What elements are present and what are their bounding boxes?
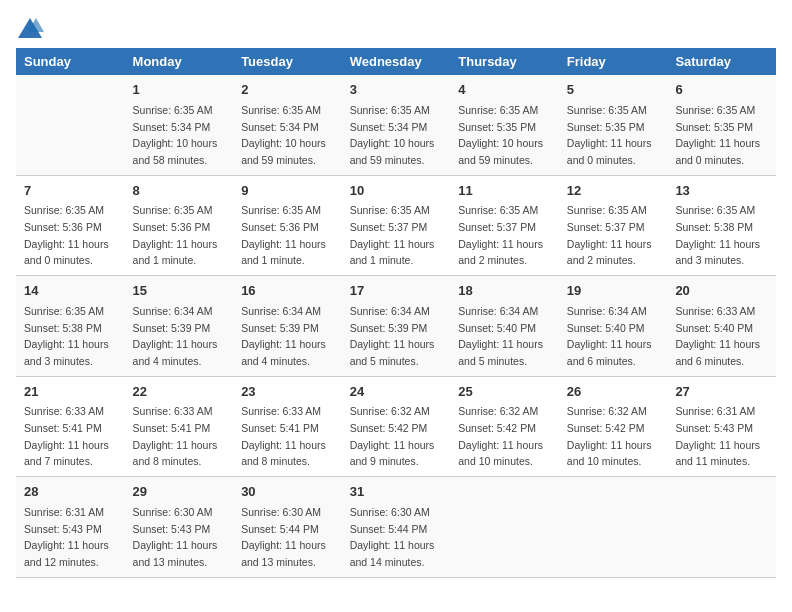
calendar-cell: 30Sunrise: 6:30 AMSunset: 5:44 PMDayligh… [233, 477, 342, 578]
day-info: Sunrise: 6:33 AMSunset: 5:41 PMDaylight:… [133, 405, 218, 467]
day-number: 14 [24, 282, 117, 301]
calendar-cell: 3Sunrise: 6:35 AMSunset: 5:34 PMDaylight… [342, 75, 451, 175]
day-info: Sunrise: 6:35 AMSunset: 5:36 PMDaylight:… [133, 204, 218, 266]
column-header-thursday: Thursday [450, 48, 559, 75]
column-header-monday: Monday [125, 48, 234, 75]
day-number: 31 [350, 483, 443, 502]
day-info: Sunrise: 6:34 AMSunset: 5:40 PMDaylight:… [458, 305, 543, 367]
day-number: 20 [675, 282, 768, 301]
day-number: 27 [675, 383, 768, 402]
day-info: Sunrise: 6:30 AMSunset: 5:44 PMDaylight:… [241, 506, 326, 568]
day-number: 15 [133, 282, 226, 301]
day-info: Sunrise: 6:35 AMSunset: 5:36 PMDaylight:… [241, 204, 326, 266]
day-number: 22 [133, 383, 226, 402]
day-number: 28 [24, 483, 117, 502]
logo [16, 16, 48, 40]
calendar-cell: 4Sunrise: 6:35 AMSunset: 5:35 PMDaylight… [450, 75, 559, 175]
day-info: Sunrise: 6:32 AMSunset: 5:42 PMDaylight:… [567, 405, 652, 467]
calendar-cell: 1Sunrise: 6:35 AMSunset: 5:34 PMDaylight… [125, 75, 234, 175]
day-number: 7 [24, 182, 117, 201]
day-info: Sunrise: 6:35 AMSunset: 5:37 PMDaylight:… [458, 204, 543, 266]
calendar-cell: 25Sunrise: 6:32 AMSunset: 5:42 PMDayligh… [450, 376, 559, 477]
day-number: 29 [133, 483, 226, 502]
calendar-cell: 10Sunrise: 6:35 AMSunset: 5:37 PMDayligh… [342, 175, 451, 276]
day-number: 18 [458, 282, 551, 301]
day-number: 24 [350, 383, 443, 402]
column-header-sunday: Sunday [16, 48, 125, 75]
day-info: Sunrise: 6:31 AMSunset: 5:43 PMDaylight:… [675, 405, 760, 467]
day-number: 6 [675, 81, 768, 100]
calendar-week-row: 14Sunrise: 6:35 AMSunset: 5:38 PMDayligh… [16, 276, 776, 377]
calendar-cell: 6Sunrise: 6:35 AMSunset: 5:35 PMDaylight… [667, 75, 776, 175]
day-info: Sunrise: 6:32 AMSunset: 5:42 PMDaylight:… [458, 405, 543, 467]
day-info: Sunrise: 6:34 AMSunset: 5:40 PMDaylight:… [567, 305, 652, 367]
calendar-week-row: 1Sunrise: 6:35 AMSunset: 5:34 PMDaylight… [16, 75, 776, 175]
calendar-cell: 17Sunrise: 6:34 AMSunset: 5:39 PMDayligh… [342, 276, 451, 377]
day-info: Sunrise: 6:34 AMSunset: 5:39 PMDaylight:… [241, 305, 326, 367]
calendar-cell [559, 477, 668, 578]
day-info: Sunrise: 6:34 AMSunset: 5:39 PMDaylight:… [350, 305, 435, 367]
day-number: 3 [350, 81, 443, 100]
day-number: 1 [133, 81, 226, 100]
calendar-cell: 31Sunrise: 6:30 AMSunset: 5:44 PMDayligh… [342, 477, 451, 578]
calendar-cell: 7Sunrise: 6:35 AMSunset: 5:36 PMDaylight… [16, 175, 125, 276]
day-info: Sunrise: 6:30 AMSunset: 5:43 PMDaylight:… [133, 506, 218, 568]
day-number: 26 [567, 383, 660, 402]
day-info: Sunrise: 6:34 AMSunset: 5:39 PMDaylight:… [133, 305, 218, 367]
calendar-cell: 18Sunrise: 6:34 AMSunset: 5:40 PMDayligh… [450, 276, 559, 377]
calendar-cell: 11Sunrise: 6:35 AMSunset: 5:37 PMDayligh… [450, 175, 559, 276]
day-info: Sunrise: 6:35 AMSunset: 5:36 PMDaylight:… [24, 204, 109, 266]
day-info: Sunrise: 6:35 AMSunset: 5:34 PMDaylight:… [133, 104, 218, 166]
column-header-tuesday: Tuesday [233, 48, 342, 75]
day-info: Sunrise: 6:35 AMSunset: 5:35 PMDaylight:… [675, 104, 760, 166]
day-info: Sunrise: 6:35 AMSunset: 5:38 PMDaylight:… [24, 305, 109, 367]
calendar-cell: 19Sunrise: 6:34 AMSunset: 5:40 PMDayligh… [559, 276, 668, 377]
day-number: 19 [567, 282, 660, 301]
calendar-cell: 9Sunrise: 6:35 AMSunset: 5:36 PMDaylight… [233, 175, 342, 276]
calendar-cell: 13Sunrise: 6:35 AMSunset: 5:38 PMDayligh… [667, 175, 776, 276]
calendar-cell: 20Sunrise: 6:33 AMSunset: 5:40 PMDayligh… [667, 276, 776, 377]
day-number: 10 [350, 182, 443, 201]
day-info: Sunrise: 6:35 AMSunset: 5:35 PMDaylight:… [567, 104, 652, 166]
day-number: 23 [241, 383, 334, 402]
calendar-table: SundayMondayTuesdayWednesdayThursdayFrid… [16, 48, 776, 578]
column-header-friday: Friday [559, 48, 668, 75]
day-info: Sunrise: 6:35 AMSunset: 5:37 PMDaylight:… [350, 204, 435, 266]
calendar-cell: 15Sunrise: 6:34 AMSunset: 5:39 PMDayligh… [125, 276, 234, 377]
day-info: Sunrise: 6:30 AMSunset: 5:44 PMDaylight:… [350, 506, 435, 568]
day-number: 5 [567, 81, 660, 100]
day-info: Sunrise: 6:32 AMSunset: 5:42 PMDaylight:… [350, 405, 435, 467]
calendar-cell: 24Sunrise: 6:32 AMSunset: 5:42 PMDayligh… [342, 376, 451, 477]
calendar-cell: 16Sunrise: 6:34 AMSunset: 5:39 PMDayligh… [233, 276, 342, 377]
day-number: 21 [24, 383, 117, 402]
calendar-cell: 8Sunrise: 6:35 AMSunset: 5:36 PMDaylight… [125, 175, 234, 276]
day-number: 17 [350, 282, 443, 301]
calendar-cell [16, 75, 125, 175]
day-info: Sunrise: 6:35 AMSunset: 5:37 PMDaylight:… [567, 204, 652, 266]
calendar-cell: 22Sunrise: 6:33 AMSunset: 5:41 PMDayligh… [125, 376, 234, 477]
calendar-cell: 27Sunrise: 6:31 AMSunset: 5:43 PMDayligh… [667, 376, 776, 477]
day-info: Sunrise: 6:35 AMSunset: 5:34 PMDaylight:… [350, 104, 435, 166]
day-number: 4 [458, 81, 551, 100]
calendar-cell [450, 477, 559, 578]
calendar-cell: 28Sunrise: 6:31 AMSunset: 5:43 PMDayligh… [16, 477, 125, 578]
calendar-week-row: 21Sunrise: 6:33 AMSunset: 5:41 PMDayligh… [16, 376, 776, 477]
day-info: Sunrise: 6:33 AMSunset: 5:40 PMDaylight:… [675, 305, 760, 367]
calendar-cell: 14Sunrise: 6:35 AMSunset: 5:38 PMDayligh… [16, 276, 125, 377]
day-number: 16 [241, 282, 334, 301]
day-number: 8 [133, 182, 226, 201]
column-header-saturday: Saturday [667, 48, 776, 75]
day-number: 30 [241, 483, 334, 502]
day-info: Sunrise: 6:35 AMSunset: 5:35 PMDaylight:… [458, 104, 543, 166]
day-number: 9 [241, 182, 334, 201]
day-number: 25 [458, 383, 551, 402]
calendar-cell: 5Sunrise: 6:35 AMSunset: 5:35 PMDaylight… [559, 75, 668, 175]
calendar-cell: 2Sunrise: 6:35 AMSunset: 5:34 PMDaylight… [233, 75, 342, 175]
calendar-week-row: 28Sunrise: 6:31 AMSunset: 5:43 PMDayligh… [16, 477, 776, 578]
day-info: Sunrise: 6:33 AMSunset: 5:41 PMDaylight:… [241, 405, 326, 467]
day-number: 11 [458, 182, 551, 201]
calendar-cell: 26Sunrise: 6:32 AMSunset: 5:42 PMDayligh… [559, 376, 668, 477]
calendar-cell [667, 477, 776, 578]
day-info: Sunrise: 6:35 AMSunset: 5:34 PMDaylight:… [241, 104, 326, 166]
day-number: 13 [675, 182, 768, 201]
